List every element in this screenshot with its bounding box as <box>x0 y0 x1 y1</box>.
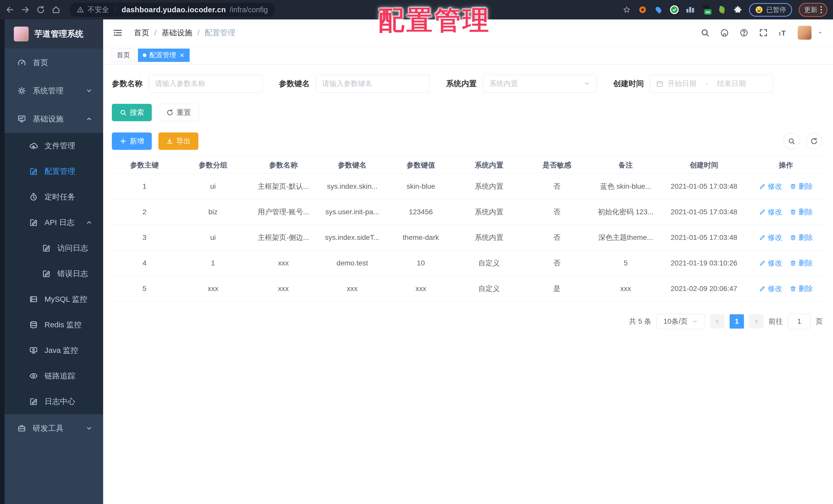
delete-link[interactable]: 删除 <box>790 233 813 243</box>
gear-icon <box>17 86 26 95</box>
sidebar-item-dev-tools[interactable]: 研发工具 <box>5 414 103 443</box>
sidebar-item-mysql-monitor[interactable]: MySQL 监控 <box>5 286 103 312</box>
font-size-icon[interactable] <box>778 28 787 37</box>
breadcrumb-infra[interactable]: 基础设施 <box>162 28 192 38</box>
emoji-face-icon <box>755 6 763 14</box>
logo-image <box>14 27 29 42</box>
chevron-down-icon <box>86 87 92 94</box>
col-built-in: 系统内置 <box>455 157 523 174</box>
github-icon[interactable] <box>720 28 729 37</box>
pagination: 共 5 条 10条/页 1 前往 页 <box>112 314 824 329</box>
extension-columns-icon[interactable] <box>686 5 695 14</box>
paused-extension-badge[interactable]: 已暂停 <box>749 3 792 17</box>
browser-menu-dots-icon[interactable] <box>820 6 822 13</box>
bookmark-star-icon[interactable] <box>623 6 630 14</box>
search-button[interactable]: 搜索 <box>112 104 152 121</box>
param-name-input[interactable] <box>149 75 263 93</box>
page-content: 参数名称 参数键名 系统内置 系统内置 创建时间 开始日期 - 结束日期 <box>103 65 833 504</box>
sidebar-item-access-log[interactable]: 访问日志 <box>5 235 103 261</box>
edit-link[interactable]: 修改 <box>759 181 782 191</box>
header-search-icon[interactable] <box>700 28 710 37</box>
toolbox-icon <box>17 424 26 433</box>
address-bar[interactable]: 不安全 dashboard.yudao.iocoder.cn/infra/con… <box>70 3 275 17</box>
trash-icon <box>790 285 796 292</box>
prev-page-button[interactable] <box>710 314 724 329</box>
breadcrumb-current: 配置管理 <box>205 28 235 38</box>
browser-update-button[interactable]: 更新 <box>799 3 827 17</box>
sidebar-item-config-management[interactable]: 配置管理 <box>5 158 103 184</box>
update-label: 更新 <box>804 5 817 14</box>
browser-reload-icon[interactable] <box>36 5 45 14</box>
date-range-picker[interactable]: 开始日期 - 结束日期 <box>650 75 773 93</box>
delete-link[interactable]: 删除 <box>790 207 813 217</box>
sidebar-item-scheduled-jobs[interactable]: 定时任务 <box>5 184 103 210</box>
breadcrumb: 首页 / 基础设施 / 配置管理 <box>134 28 235 38</box>
browser-forward-icon[interactable] <box>21 5 30 14</box>
export-button[interactable]: 导出 <box>159 132 198 150</box>
extension-puzzle-icon[interactable] <box>733 5 742 14</box>
hamburger-icon[interactable] <box>113 28 123 37</box>
page-size-select[interactable]: 10条/页 <box>657 314 705 329</box>
edit-link[interactable]: 修改 <box>759 258 782 268</box>
total-count: 共 5 条 <box>629 317 651 326</box>
sidebar-item-infra[interactable]: 基础设施 <box>5 105 103 133</box>
help-icon[interactable] <box>739 28 748 37</box>
log-edit-icon <box>29 218 38 227</box>
edit-link[interactable]: 修改 <box>759 284 782 294</box>
extension-orange-donut-icon[interactable] <box>638 5 647 14</box>
pencil-icon <box>759 234 766 241</box>
goto-page-input[interactable] <box>788 314 810 329</box>
col-create-time: 创建时间 <box>661 157 747 174</box>
extension-on-badge-icon[interactable]: on <box>701 5 711 14</box>
reset-button[interactable]: 重置 <box>159 104 199 121</box>
param-key-input[interactable] <box>316 75 430 93</box>
edit-link[interactable]: 修改 <box>759 207 782 217</box>
sidebar-logo[interactable]: 芋道管理系统 <box>5 20 103 49</box>
sidebar-item-home[interactable]: 首页 <box>5 49 103 77</box>
current-page-button[interactable]: 1 <box>730 314 744 329</box>
avatar[interactable] <box>798 26 811 40</box>
calendar-icon <box>656 80 664 87</box>
delete-link[interactable]: 删除 <box>790 181 813 191</box>
main-area: 首页 / 基础设施 / 配置管理 首页 配置管理 <box>103 20 833 504</box>
next-page-button[interactable] <box>749 314 763 329</box>
sidebar-item-system[interactable]: 系统管理 <box>5 77 103 105</box>
fullscreen-icon[interactable] <box>759 28 768 37</box>
tab-config-management[interactable]: 配置管理 <box>138 49 190 62</box>
search-icon <box>120 109 127 116</box>
refresh-icon <box>810 137 818 145</box>
add-button[interactable]: 新增 <box>112 132 152 150</box>
close-tab-icon[interactable] <box>179 52 185 58</box>
extension-leaf-icon[interactable] <box>717 5 727 14</box>
sidebar-item-api-log[interactable]: API 日志 <box>5 210 103 235</box>
sidebar-item-redis-monitor[interactable]: Redis 监控 <box>5 312 103 337</box>
monitor-icon <box>17 115 26 123</box>
built-in-select[interactable]: 系统内置 <box>483 75 597 93</box>
redis-stack-icon <box>29 320 38 329</box>
trash-icon <box>790 209 796 215</box>
table-row: 3 ui 主框架页-侧边... sys.index.sideT... theme… <box>112 225 824 250</box>
breadcrumb-home[interactable]: 首页 <box>134 28 149 38</box>
extension-pin-icon[interactable] <box>654 5 663 14</box>
delete-link[interactable]: 删除 <box>790 258 813 268</box>
sidebar-item-tracing[interactable]: 链路追踪 <box>5 363 103 389</box>
table-row: 1 ui 主框架页-默认... sys.index.skin... skin-b… <box>112 174 824 199</box>
sidebar-item-file-management[interactable]: 文件管理 <box>5 133 103 158</box>
col-param-key: 参数键名 <box>318 157 386 174</box>
browser-back-icon[interactable] <box>6 5 14 14</box>
tab-home[interactable]: 首页 <box>112 49 135 62</box>
breadcrumb-separator: / <box>154 28 157 37</box>
delete-link[interactable]: 删除 <box>790 284 813 294</box>
browser-home-icon[interactable] <box>52 5 61 14</box>
sidebar-item-log-center[interactable]: 日志中心 <box>5 389 103 414</box>
refresh-table-button[interactable] <box>806 133 822 149</box>
table-row: 2 biz 用户管理-账号... sys.user.init-pa... 123… <box>112 199 824 225</box>
toggle-search-button[interactable] <box>783 133 800 149</box>
extension-vpn-icon[interactable] <box>670 5 679 14</box>
date-separator: - <box>706 79 708 88</box>
col-param-name: 参数名称 <box>249 157 318 174</box>
sidebar-item-java-monitor[interactable]: Java 监控 <box>5 337 103 363</box>
edit-link[interactable]: 修改 <box>759 233 782 243</box>
sidebar-item-error-log[interactable]: 错误日志 <box>5 261 103 286</box>
avatar-caret-down-icon[interactable] <box>817 30 823 36</box>
